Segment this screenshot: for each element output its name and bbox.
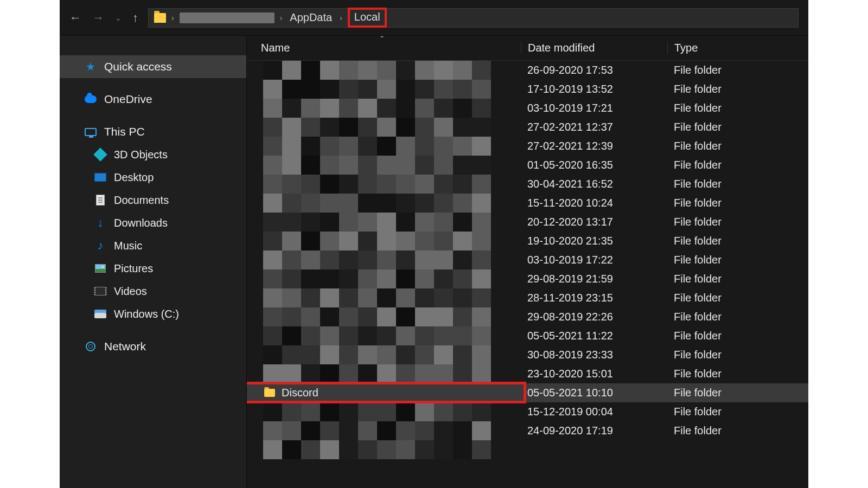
cell-date: 29-08-2019 22:26 xyxy=(521,311,667,323)
explorer-window: ← → ⌄ ↑ › › AppData › Local ★ Quick acce… xyxy=(60,0,808,488)
cell-type: File folder xyxy=(667,273,808,285)
cell-date: 01-05-2020 16:35 xyxy=(521,159,667,171)
sidebar-label: Desktop xyxy=(114,171,154,184)
cell-date: 17-10-2019 13:52 xyxy=(521,83,667,95)
sidebar-network[interactable]: Network xyxy=(60,335,246,358)
cell-type: File folder xyxy=(667,349,808,361)
videos-icon xyxy=(95,287,106,296)
cell-date: 23-10-2020 15:01 xyxy=(521,368,667,380)
cell-date: 27-02-2021 12:37 xyxy=(521,121,667,133)
rows-container: 26-09-2020 17:53File folder17-10-2019 13… xyxy=(247,61,808,488)
sidebar-label: 3D Objects xyxy=(114,149,168,161)
sidebar-label: Quick access xyxy=(104,60,172,73)
sidebar-label: Network xyxy=(104,340,146,353)
cell-date: 30-08-2019 23:33 xyxy=(521,349,667,361)
cell-type: File folder xyxy=(667,235,808,247)
nav-up-icon[interactable]: ↑ xyxy=(132,12,138,24)
cell-type: File folder xyxy=(667,197,808,209)
address-bar[interactable]: › › AppData › Local xyxy=(148,8,799,28)
sidebar-item-music[interactable]: ♪Music xyxy=(60,234,246,257)
sidebar-label: Windows (C:) xyxy=(114,308,179,320)
sidebar-item-downloads[interactable]: ↓Downloads xyxy=(60,211,246,234)
sidebar-item-desktop[interactable]: Desktop xyxy=(60,166,246,189)
column-header-date[interactable]: Date modified xyxy=(521,42,667,54)
cell-date: 15-11-2020 10:24 xyxy=(521,197,667,209)
cell-type: File folder xyxy=(667,311,808,323)
cell-date: 03-10-2019 17:22 xyxy=(521,254,667,266)
sort-caret-icon: ⌃ xyxy=(379,36,385,42)
cell-date: 27-02-2021 12:39 xyxy=(521,140,667,152)
column-header-name[interactable]: Name xyxy=(247,42,521,54)
cell-type: File folder xyxy=(667,406,808,418)
cell-date: 29-08-2019 21:59 xyxy=(521,273,667,285)
sidebar-label: Pictures xyxy=(114,262,153,275)
file-list: ⌃ Name Date modified Type 26-09-2020 17:… xyxy=(247,36,808,488)
sidebar-item-videos[interactable]: Videos xyxy=(60,280,246,303)
breadcrumb-item[interactable]: AppData xyxy=(288,10,334,25)
sidebar-onedrive[interactable]: OneDrive xyxy=(60,88,246,111)
redacted-pixelation xyxy=(263,61,502,440)
breadcrumb-sep-icon: › xyxy=(280,14,283,22)
breadcrumb-redacted xyxy=(180,12,275,23)
sidebar-quick-access[interactable]: ★ Quick access xyxy=(60,55,246,78)
sidebar-label: Documents xyxy=(114,194,169,207)
download-icon: ↓ xyxy=(94,217,106,229)
cell-date: 19-10-2020 21:35 xyxy=(521,235,667,247)
drive-icon xyxy=(94,313,106,318)
desktop-icon xyxy=(94,173,106,182)
nav-sidebar: ★ Quick access OneDrive This PC 3D Objec… xyxy=(60,36,247,488)
cell-type: File folder xyxy=(667,121,808,133)
sidebar-label: Downloads xyxy=(114,217,168,229)
column-header-type[interactable]: Type xyxy=(667,42,808,54)
cell-date: 26-09-2020 17:53 xyxy=(521,64,667,76)
nav-back-icon[interactable]: ← xyxy=(69,12,81,24)
sidebar-label: Music xyxy=(114,240,142,252)
document-icon xyxy=(96,195,105,206)
cube-icon xyxy=(93,147,107,161)
cell-type: File folder xyxy=(667,64,808,76)
sidebar-label: This PC xyxy=(104,125,145,138)
nav-arrows: ← → ⌄ ↑ xyxy=(69,12,138,24)
cell-date: 20-12-2020 13:17 xyxy=(521,216,667,228)
cell-type: File folder xyxy=(667,216,808,228)
cell-type: File folder xyxy=(667,159,808,171)
cell-date: 03-10-2019 17:21 xyxy=(521,102,667,114)
cell-date: 30-04-2021 16:52 xyxy=(521,178,667,190)
sidebar-item-pictures[interactable]: Pictures xyxy=(60,257,246,280)
cell-type: File folder xyxy=(667,368,808,380)
network-icon xyxy=(86,342,95,351)
cell-date: 05-05-2021 11:22 xyxy=(521,330,667,342)
music-icon: ♪ xyxy=(94,240,106,252)
cell-date: 15-12-2019 00:04 xyxy=(521,406,667,418)
column-headers: ⌃ Name Date modified Type xyxy=(247,36,808,61)
breadcrumb-sep-icon: › xyxy=(171,14,174,22)
sidebar-item-documents[interactable]: Documents xyxy=(60,189,246,211)
cell-date: 05-05-2021 10:10 xyxy=(521,387,667,399)
nav-recent-dropdown-icon[interactable]: ⌄ xyxy=(115,14,122,22)
cell-type: File folder xyxy=(667,425,808,437)
folder-icon xyxy=(154,13,166,23)
star-icon: ★ xyxy=(85,61,97,73)
breadcrumb-item-highlighted[interactable]: Local xyxy=(348,8,387,28)
cell-type: File folder xyxy=(667,102,808,114)
folder-icon xyxy=(264,389,275,397)
sidebar-item-cdrive[interactable]: Windows (C:) xyxy=(60,303,246,325)
cloud-icon xyxy=(85,95,97,103)
cell-type: File folder xyxy=(667,292,808,304)
cell-date: 28-11-2019 23:15 xyxy=(521,292,667,304)
cell-date: 24-09-2020 17:19 xyxy=(521,425,667,437)
pictures-icon xyxy=(95,264,106,273)
nav-forward-icon[interactable]: → xyxy=(92,12,104,24)
sidebar-label: OneDrive xyxy=(104,93,152,106)
sidebar-label: Videos xyxy=(114,285,147,298)
cell-type: File folder xyxy=(667,83,808,95)
cell-type: File folder xyxy=(667,330,808,342)
cell-type: File folder xyxy=(667,254,808,266)
navbar: ← → ⌄ ↑ › › AppData › Local xyxy=(60,0,808,36)
cell-type: File folder xyxy=(667,387,808,399)
breadcrumb-sep-icon: › xyxy=(340,14,342,22)
sidebar-item-3d[interactable]: 3D Objects xyxy=(60,143,246,166)
sidebar-this-pc[interactable]: This PC xyxy=(60,120,246,143)
cell-type: File folder xyxy=(667,178,808,190)
cell-type: File folder xyxy=(667,140,808,152)
